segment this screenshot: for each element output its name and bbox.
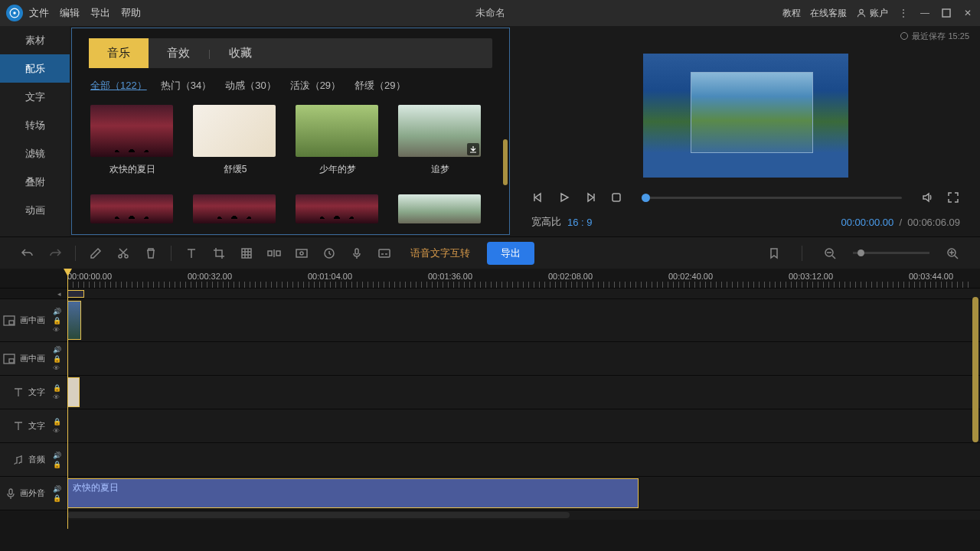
freeze-button[interactable] — [289, 241, 314, 266]
track-label: 画外音 — [20, 487, 45, 499]
media-item[interactable]: 追梦 — [398, 105, 482, 176]
mosaic-button[interactable] — [234, 241, 259, 266]
zoom-slider[interactable] — [853, 252, 929, 254]
minimize-button[interactable]: — — [919, 7, 931, 19]
video-frame — [643, 54, 848, 178]
menu-help[interactable]: 帮助 — [121, 6, 141, 20]
edit-button[interactable] — [83, 241, 108, 266]
track-audio[interactable]: 音频 🔊🔒 — [0, 443, 980, 477]
export-button[interactable]: 导出 — [487, 242, 534, 265]
aspect-label: 宽高比 — [531, 215, 561, 229]
media-item[interactable]: 少年的梦 — [296, 105, 380, 176]
track-pip2[interactable]: 画中画 🔊🔒👁 — [0, 342, 980, 376]
close-button[interactable]: ✕ — [962, 7, 974, 19]
app-logo — [6, 5, 23, 21]
menu-edit[interactable]: 编辑 — [60, 6, 80, 20]
hscroll-thumb[interactable] — [67, 512, 570, 518]
tab-music[interactable]: 音乐 — [89, 38, 149, 68]
timeline-vscroll[interactable] — [972, 297, 978, 442]
track-label: 画中画 — [20, 353, 45, 364]
undo-button[interactable] — [15, 241, 40, 266]
text-tool-button[interactable] — [179, 241, 204, 266]
filter-dynamic[interactable]: 动感（30） — [225, 79, 276, 93]
playhead[interactable] — [67, 269, 68, 529]
media-item[interactable] — [90, 194, 175, 223]
track-collapsed[interactable]: ◂ — [0, 289, 980, 299]
filter-soothing[interactable]: 舒缓（29） — [354, 79, 405, 93]
voice-to-text-button[interactable]: 语音文字互转 — [410, 246, 470, 260]
sidebar-item-text[interactable]: 文字 — [0, 83, 70, 111]
track-text1[interactable]: 文字 🔒👁 — [0, 376, 980, 409]
time-sep: / — [897, 217, 907, 228]
media-thumb — [398, 194, 481, 223]
playback-controls — [511, 184, 980, 210]
media-item[interactable] — [193, 194, 277, 223]
voiceover-button[interactable] — [345, 241, 369, 266]
timeline-ruler[interactable]: 00:00:00.00 00:00:32.00 00:01:04.00 00:0… — [0, 269, 980, 289]
sidebar-item-transition[interactable]: 转场 — [0, 111, 70, 139]
aspect-value[interactable]: 16 : 9 — [567, 217, 593, 228]
caption-button[interactable] — [372, 241, 397, 266]
filter-lively[interactable]: 活泼（29） — [290, 79, 341, 93]
sidebar: 素材 配乐 文字 转场 滤镜 叠附 动画 — [0, 26, 70, 236]
sidebar-item-overlay[interactable]: 叠附 — [0, 168, 70, 196]
track-pip1[interactable]: 画中画 🔊🔒👁 — [0, 299, 980, 342]
clip[interactable] — [67, 377, 80, 407]
track-voiceover[interactable]: 画外音 🔊🔒 欢快的夏日 — [0, 477, 980, 510]
fullscreen-button[interactable] — [946, 191, 960, 204]
ruler-mark: 00:00:32.00 — [188, 272, 232, 281]
ruler-mark: 00:03:44.00 — [909, 272, 953, 281]
volume-button[interactable] — [920, 191, 934, 204]
progress-handle[interactable] — [642, 194, 650, 202]
timeline-hscroll[interactable] — [67, 510, 980, 520]
sidebar-item-animation[interactable]: 动画 — [0, 196, 70, 224]
stop-button[interactable] — [609, 191, 623, 204]
clock-icon — [900, 32, 908, 40]
save-time: 15:25 — [948, 31, 969, 41]
zoom-out-button[interactable] — [818, 241, 842, 266]
link-tutorial[interactable]: 教程 — [782, 7, 801, 20]
next-frame-button[interactable] — [583, 191, 597, 204]
play-button[interactable] — [557, 191, 571, 204]
clip[interactable] — [67, 290, 84, 298]
filter-hot[interactable]: 热门（34） — [161, 79, 211, 93]
zoom-in-button[interactable] — [940, 241, 965, 266]
video-overlay — [691, 72, 813, 153]
progress-bar[interactable] — [642, 197, 902, 199]
tab-favorites[interactable]: 收藏 — [211, 38, 270, 68]
redo-button[interactable] — [43, 241, 67, 266]
media-item[interactable] — [398, 194, 482, 223]
media-item[interactable]: 舒缓5 — [193, 105, 277, 176]
sidebar-item-music[interactable]: 配乐 — [0, 54, 70, 83]
track-text2[interactable]: 文字 🔒👁 — [0, 409, 980, 443]
media-thumb — [90, 105, 173, 157]
cut-button[interactable] — [111, 241, 136, 266]
duration-button[interactable] — [317, 241, 341, 266]
media-item[interactable]: 欢快的夏日 — [90, 105, 175, 176]
sidebar-item-material[interactable]: 素材 — [0, 26, 70, 54]
delete-button[interactable] — [139, 241, 163, 266]
filter-all[interactable]: 全部（122） — [90, 79, 147, 93]
split-button[interactable] — [262, 241, 286, 266]
tab-sfx[interactable]: 音效 — [149, 38, 208, 68]
svg-rect-3 — [942, 9, 950, 17]
more-icon[interactable]: ⋮ — [897, 7, 910, 19]
preview-video[interactable] — [511, 47, 980, 184]
clip[interactable] — [67, 301, 81, 340]
time-total: 00:06:06.09 — [907, 217, 960, 228]
marker-button[interactable] — [762, 241, 786, 266]
media-item[interactable] — [296, 194, 380, 223]
maximize-button[interactable] — [940, 7, 952, 19]
media-scrollbar[interactable] — [503, 139, 508, 185]
sidebar-item-filter[interactable]: 滤镜 — [0, 139, 70, 168]
link-support[interactable]: 在线客服 — [810, 7, 847, 20]
menu-export[interactable]: 导出 — [90, 6, 110, 20]
prev-frame-button[interactable] — [531, 191, 545, 204]
account-label[interactable]: 账户 — [870, 7, 888, 20]
menu-file[interactable]: 文件 — [29, 6, 49, 20]
crop-button[interactable] — [207, 241, 231, 266]
svg-rect-8 — [268, 251, 272, 256]
audio-clip[interactable]: 欢快的夏日 — [67, 478, 639, 508]
download-icon[interactable] — [467, 143, 479, 155]
zoom-handle[interactable] — [858, 249, 864, 256]
